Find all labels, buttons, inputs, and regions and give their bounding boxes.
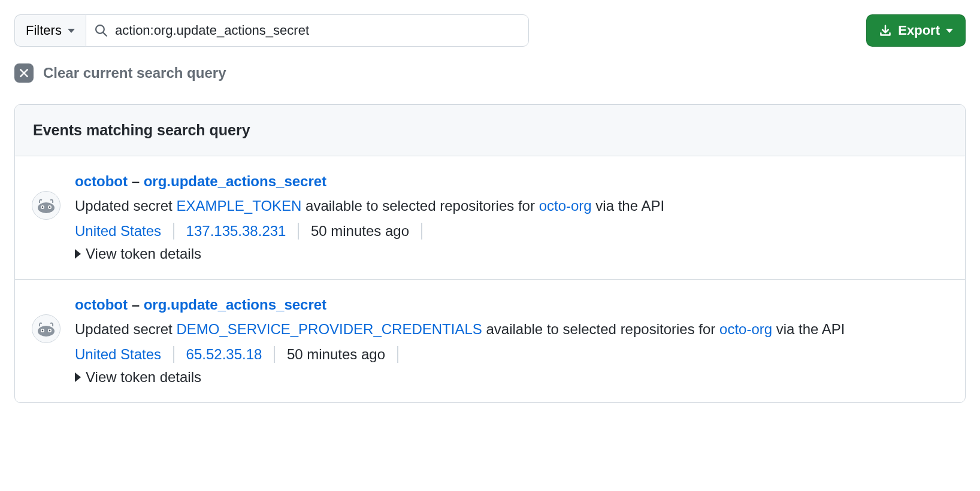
close-icon	[14, 63, 34, 83]
event-body: octobot – org.update_actions_secret Upda…	[75, 296, 947, 386]
event-title: octobot – org.update_actions_secret	[75, 296, 947, 313]
view-details-toggle[interactable]: View token details	[75, 246, 947, 262]
event-row: octobot – org.update_actions_secret Upda…	[15, 156, 965, 280]
action-link[interactable]: org.update_actions_secret	[144, 173, 326, 189]
view-details-label: View token details	[86, 369, 201, 386]
search-input[interactable]	[115, 23, 520, 38]
separator	[298, 223, 299, 240]
event-row: octobot – org.update_actions_secret Upda…	[15, 280, 965, 402]
secret-link[interactable]: DEMO_SERVICE_PROVIDER_CREDENTIALS	[176, 321, 482, 337]
separator	[397, 346, 398, 363]
results-title: Events matching search query	[33, 122, 947, 139]
event-meta: United States 65.52.35.18 50 minutes ago	[75, 346, 947, 363]
actor-link[interactable]: octobot	[75, 296, 128, 313]
view-details-toggle[interactable]: View token details	[75, 369, 947, 386]
clear-search-label: Clear current search query	[43, 65, 226, 81]
disclosure-triangle-icon	[75, 372, 81, 382]
actor-link[interactable]: octobot	[75, 173, 128, 189]
separator	[173, 223, 174, 240]
ip-link[interactable]: 65.52.35.18	[186, 346, 262, 363]
chevron-down-icon	[946, 29, 953, 33]
svg-point-2	[38, 202, 55, 213]
svg-point-11	[49, 330, 51, 332]
results-header: Events matching search query	[15, 105, 965, 156]
avatar[interactable]	[32, 191, 61, 220]
event-body: octobot – org.update_actions_secret Upda…	[75, 173, 947, 262]
secret-link[interactable]: EXAMPLE_TOKEN	[176, 198, 301, 214]
toolbar: Filters Export	[14, 14, 966, 47]
export-button[interactable]: Export	[866, 14, 966, 47]
avatar[interactable]	[32, 314, 61, 343]
chevron-down-icon	[68, 29, 75, 33]
view-details-label: View token details	[86, 246, 201, 262]
svg-point-5	[42, 207, 44, 208]
svg-point-6	[49, 207, 51, 208]
svg-line-1	[103, 32, 107, 36]
bot-icon	[36, 197, 56, 214]
bot-icon	[36, 320, 56, 337]
org-link[interactable]: octo-org	[719, 321, 772, 337]
disclosure-triangle-icon	[75, 249, 81, 259]
location-link[interactable]: United States	[75, 346, 161, 363]
export-label: Export	[898, 23, 940, 38]
separator	[173, 346, 174, 363]
svg-point-7	[38, 326, 55, 337]
event-title: octobot – org.update_actions_secret	[75, 173, 947, 190]
separator	[421, 223, 422, 240]
event-description: Updated secret DEMO_SERVICE_PROVIDER_CRE…	[75, 318, 947, 340]
filters-label: Filters	[26, 23, 62, 38]
action-link[interactable]: org.update_actions_secret	[144, 296, 326, 313]
timestamp: 50 minutes ago	[311, 223, 409, 240]
location-link[interactable]: United States	[75, 223, 161, 240]
clear-search-button[interactable]: Clear current search query	[14, 63, 966, 83]
filters-button[interactable]: Filters	[14, 14, 86, 47]
event-meta: United States 137.135.38.231 50 minutes …	[75, 223, 947, 240]
timestamp: 50 minutes ago	[287, 346, 385, 363]
ip-link[interactable]: 137.135.38.231	[186, 223, 286, 240]
svg-point-10	[42, 330, 44, 332]
event-description: Updated secret EXAMPLE_TOKEN available t…	[75, 195, 947, 217]
results-panel: Events matching search query octobot – o…	[14, 104, 966, 403]
separator	[274, 346, 275, 363]
search-field-wrap[interactable]	[86, 14, 529, 47]
download-icon	[879, 24, 892, 37]
org-link[interactable]: octo-org	[539, 198, 592, 214]
search-icon	[95, 24, 108, 37]
